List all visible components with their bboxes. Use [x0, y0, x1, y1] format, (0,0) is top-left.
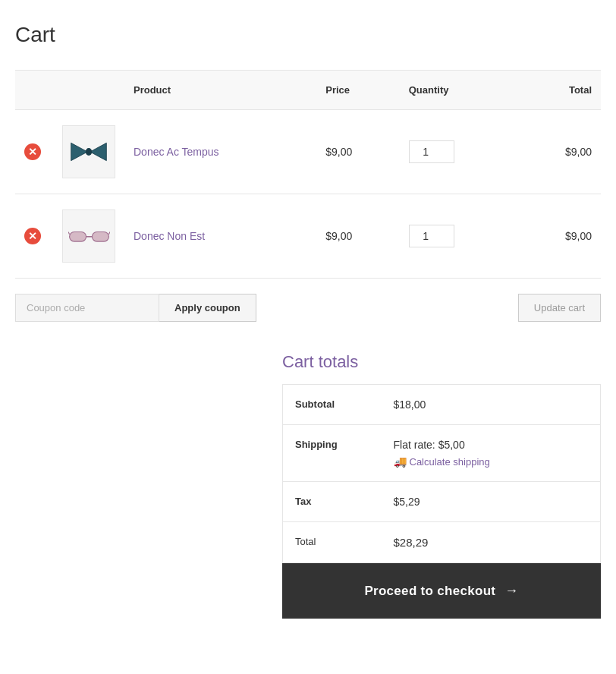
svg-rect-4: [92, 232, 108, 242]
tax-row: Tax $5,29: [283, 482, 601, 522]
total-value: $28,29: [382, 522, 601, 563]
price-cell-1: $9,00: [316, 110, 399, 194]
checkout-btn-container: Proceed to checkout →: [282, 563, 601, 619]
quantity-cell-1: [400, 110, 518, 194]
quantity-cell-2: [400, 194, 518, 279]
cart-table: Product Price Quantity Total ✕: [15, 70, 601, 279]
remove-icon-1: ✕: [24, 143, 41, 160]
total-row: Total $28,29: [283, 522, 601, 563]
cart-totals-title: Cart totals: [282, 352, 601, 372]
remove-item-2-button[interactable]: ✕: [24, 228, 41, 244]
price-cell-2: $9,00: [316, 194, 399, 279]
coupon-section: Apply coupon: [15, 294, 256, 322]
coupon-input[interactable]: [15, 294, 159, 322]
quantity-input-1[interactable]: [409, 140, 454, 163]
calculate-shipping-link[interactable]: 🚚 Calculate shipping: [394, 455, 490, 468]
remove-cell-2: ✕: [15, 194, 53, 279]
svg-line-7: [108, 232, 110, 235]
col-header-remove: [15, 71, 53, 110]
remove-cell-1: ✕: [15, 110, 53, 194]
product-image-1: [62, 125, 115, 178]
product-link-1[interactable]: Donec Ac Tempus: [134, 146, 219, 158]
shipping-rate-text: Flat rate: $5,00: [394, 439, 589, 451]
arrow-right-icon: →: [504, 583, 518, 599]
tax-value: $5,29: [382, 482, 601, 522]
col-header-total: Total: [518, 71, 602, 110]
product-name-cell-1: Donec Ac Tempus: [124, 110, 316, 194]
svg-line-6: [68, 232, 70, 235]
calculate-shipping-text: Calculate shipping: [410, 456, 490, 468]
cart-actions: Apply coupon Update cart: [15, 294, 601, 322]
image-cell-2: [53, 194, 124, 279]
col-header-price: Price: [316, 71, 399, 110]
shipping-value: Flat rate: $5,00 🚚 Calculate shipping: [382, 425, 601, 482]
totals-table: Subtotal $18,00 Shipping Flat rate: $5,0…: [282, 384, 601, 563]
total-label: Total: [283, 522, 382, 563]
shipping-row: Shipping Flat rate: $5,00 🚚 Calculate sh…: [283, 425, 601, 482]
subtotal-label: Subtotal: [283, 385, 382, 425]
truck-icon: 🚚: [394, 455, 407, 468]
svg-marker-1: [90, 143, 107, 160]
product-link-2[interactable]: Donec Non Est: [134, 230, 205, 242]
proceed-to-checkout-button[interactable]: Proceed to checkout →: [282, 563, 601, 619]
subtotal-row: Subtotal $18,00: [283, 385, 601, 425]
table-row: ✕ Donec Non Est $9,00: [15, 194, 601, 279]
product-image-2: [62, 209, 115, 263]
shipping-label: Shipping: [283, 425, 382, 482]
tax-label: Tax: [283, 482, 382, 522]
sunglasses-icon: [68, 225, 110, 247]
checkout-label: Proceed to checkout: [364, 584, 495, 599]
subtotal-value: $18,00: [382, 385, 601, 425]
col-header-image: [53, 71, 124, 110]
col-header-quantity: Quantity: [400, 71, 518, 110]
product-name-cell-2: Donec Non Est: [124, 194, 316, 279]
table-row: ✕ Donec Ac Tempus $9,00 $9,00: [15, 110, 601, 194]
image-cell-1: [53, 110, 124, 194]
svg-marker-0: [71, 143, 88, 160]
total-cell-1: $9,00: [518, 110, 602, 194]
svg-point-2: [86, 148, 92, 156]
apply-coupon-button[interactable]: Apply coupon: [159, 294, 256, 322]
page-title: Cart: [15, 23, 601, 47]
bowtie-icon: [70, 140, 108, 163]
total-cell-2: $9,00: [518, 194, 602, 279]
remove-icon-2: ✕: [24, 228, 41, 244]
cart-totals-box: Cart totals Subtotal $18,00 Shipping Fla…: [282, 352, 601, 619]
cart-totals-section: Cart totals Subtotal $18,00 Shipping Fla…: [15, 352, 601, 619]
quantity-input-2[interactable]: [409, 225, 454, 247]
remove-item-1-button[interactable]: ✕: [24, 143, 41, 160]
svg-rect-3: [69, 232, 86, 242]
col-header-product: Product: [124, 71, 316, 110]
update-cart-button[interactable]: Update cart: [518, 294, 601, 322]
